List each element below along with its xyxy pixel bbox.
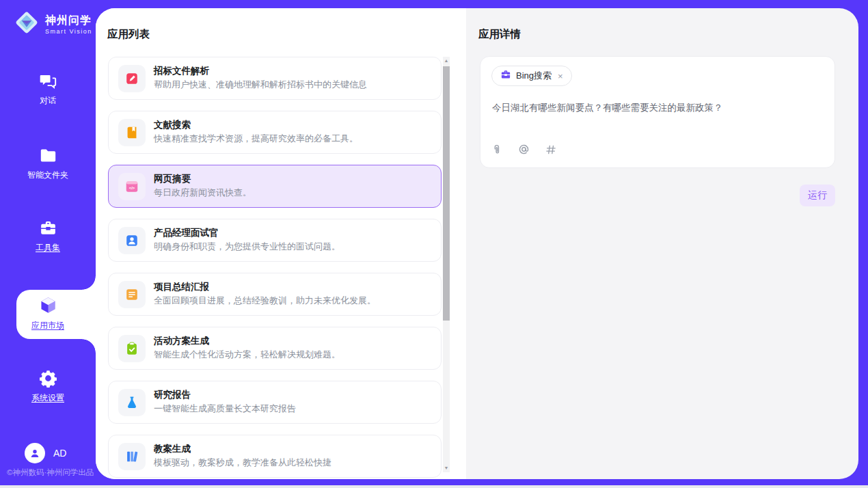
user-avatar-icon [25, 443, 45, 463]
sidebar-item-label: 对话 [0, 95, 96, 107]
scrollbar-up-arrow[interactable]: ▲ [443, 57, 450, 65]
flask-icon [118, 389, 146, 416]
sidebar-item-app-market[interactable]: 应用市场 [0, 295, 96, 331]
at-icon[interactable] [517, 143, 530, 159]
window-bottom-edge [0, 485, 868, 488]
sidebar-item-smart-folder[interactable]: 智能文件夹 [0, 146, 96, 181]
brand-name: 神州问学 [45, 14, 92, 28]
app-list-item[interactable]: 文献搜索 快速精准查找学术资源，提高研究效率的必备工具。 [108, 111, 442, 154]
main-content: 应用列表 招标文件解析 帮助用户快速、准确地理解和解析招标书中的关键信息 文献搜… [96, 8, 858, 479]
doc-edit-icon [118, 65, 146, 92]
scrollbar-thumb[interactable] [443, 66, 450, 321]
app-list-item[interactable]: </> 网页摘要 每日政府新闻资讯快查。 [108, 165, 442, 208]
active-tab-fillet-bottom [82, 339, 96, 353]
book-icon [118, 119, 146, 146]
sidebar: 神州问学 Smart Vision 对话 智能文件夹 [0, 0, 96, 488]
sidebar-item-label: 应用市场 [0, 320, 96, 331]
user-account[interactable]: AD [25, 443, 66, 463]
run-button[interactable]: 运行 [800, 185, 835, 206]
app-list-panel: 应用列表 招标文件解析 帮助用户快速、准确地理解和解析招标书中的关键信息 文献搜… [96, 8, 466, 479]
attachment-toolbar [491, 143, 557, 159]
app-window: 神州问学 Smart Vision 对话 智能文件夹 [0, 0, 868, 488]
clipboard-check-icon [118, 335, 146, 362]
app-item-title: 网页摘要 [154, 173, 191, 185]
query-input[interactable]: 今日湖北有哪些新闻要点？有哪些需要关注的最新政策？ [492, 102, 820, 114]
folder-icon [0, 146, 96, 165]
app-item-desc: 帮助用户快速、准确地理解和解析招标书中的关键信息 [154, 79, 367, 91]
app-item-title: 文献搜索 [154, 119, 191, 131]
chip-close-icon[interactable]: × [556, 71, 565, 81]
interviewer-icon [118, 227, 146, 254]
books-icon [118, 443, 146, 470]
toolbox-icon [0, 219, 96, 237]
app-list-item[interactable]: 研究报告 一键智能生成高质量长文本研究报告 [108, 381, 442, 424]
app-list-item[interactable]: 产品经理面试官 明确身份和职责，为您提供专业性的面试问题。 [108, 219, 442, 262]
app-detail-panel: 应用详情 Bing搜索 × 今日湖北有哪些新闻要点？有哪些需要关注的最新政策？ [466, 8, 858, 479]
sidebar-item-label: 系统设置 [0, 392, 96, 404]
app-detail-title: 应用详情 [478, 27, 521, 42]
app-item-title: 项目总结汇报 [154, 281, 209, 293]
diamond-logo-icon [14, 10, 40, 38]
sidebar-item-settings[interactable]: 系统设置 [0, 369, 96, 404]
note-icon [118, 281, 146, 308]
scrollbar-down-arrow[interactable]: ▼ [443, 464, 450, 472]
app-list: 招标文件解析 帮助用户快速、准确地理解和解析招标书中的关键信息 文献搜索 快速精… [108, 57, 442, 479]
sidebar-item-label: 智能文件夹 [0, 170, 96, 181]
sidebar-item-label: 工具集 [0, 242, 96, 254]
tool-chip-label: Bing搜索 [516, 70, 552, 82]
active-tab-fillet-top [82, 276, 96, 290]
brand-subtitle: Smart Vision [45, 28, 92, 35]
app-list-item[interactable]: 项目总结汇报 全面回顾项目进展，总结经验教训，助力未来优化发展。 [108, 273, 442, 316]
browser-code-icon: </> [118, 173, 146, 200]
hash-icon[interactable] [545, 144, 557, 159]
brand-logo: 神州问学 Smart Vision [14, 10, 92, 38]
chat-icon [0, 72, 96, 90]
app-item-title: 教案生成 [154, 443, 191, 455]
app-list-scrollbar[interactable]: ▲ ▼ [443, 57, 450, 472]
app-item-desc: 全面回顾项目进展，总结经验教训，助力未来优化发展。 [154, 295, 376, 307]
briefcase-icon [500, 69, 511, 83]
app-item-title: 产品经理面试官 [154, 227, 219, 239]
svg-text:</>: </> [129, 186, 135, 190]
gear-icon [0, 369, 96, 388]
app-list-title: 应用列表 [107, 27, 150, 42]
prompt-card: Bing搜索 × 今日湖北有哪些新闻要点？有哪些需要关注的最新政策？ [480, 56, 835, 168]
app-item-desc: 快速精准查找学术资源，提高研究效率的必备工具。 [154, 133, 358, 145]
tool-chip-bing-search[interactable]: Bing搜索 × [491, 66, 572, 86]
app-item-desc: 明确身份和职责，为您提供专业性的面试问题。 [154, 241, 340, 253]
app-item-desc: 模板驱动，教案秒成，教学准备从此轻松快捷 [154, 457, 331, 469]
sidebar-item-chat[interactable]: 对话 [0, 72, 96, 107]
app-list-item[interactable]: 招标文件解析 帮助用户快速、准确地理解和解析招标书中的关键信息 [108, 57, 442, 100]
app-item-desc: 一键智能生成高质量长文本研究报告 [154, 403, 296, 415]
user-name: AD [53, 448, 66, 459]
app-list-item[interactable]: 活动方案生成 智能生成个性化活动方案，轻松解决规划难题。 [108, 327, 442, 370]
app-item-desc: 智能生成个性化活动方案，轻松解决规划难题。 [154, 349, 340, 361]
app-list-item[interactable]: 教案生成 模板驱动，教案秒成，教学准备从此轻松快捷 [108, 435, 442, 478]
app-item-title: 招标文件解析 [154, 65, 209, 77]
app-item-title: 研究报告 [154, 389, 191, 401]
copyright-text: ©神州数码·神州问学出品 [7, 467, 96, 478]
paperclip-icon[interactable] [491, 144, 503, 159]
cube-icon [0, 295, 96, 315]
app-item-desc: 每日政府新闻资讯快查。 [154, 187, 252, 199]
app-item-title: 活动方案生成 [154, 335, 209, 347]
sidebar-item-toolset[interactable]: 工具集 [0, 219, 96, 254]
